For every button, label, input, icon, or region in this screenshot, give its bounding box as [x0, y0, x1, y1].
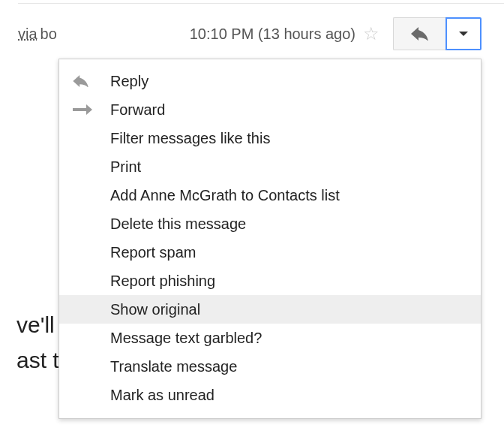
menu-item-label: Message text garbled?: [110, 330, 262, 347]
menu-item-label: Forward: [110, 101, 165, 119]
chevron-down-icon: [459, 32, 468, 36]
message-header: via bo 10:10 PM (13 hours ago) ☆: [18, 15, 482, 53]
menu-item-label: Report spam: [110, 244, 196, 261]
message-body-fragment: ve'll ast t: [16, 308, 62, 378]
menu-item[interactable]: Delete this message: [59, 209, 481, 238]
menu-item[interactable]: Show original: [59, 295, 481, 324]
forward-icon: [73, 104, 110, 115]
divider: [18, 3, 504, 4]
more-actions-button[interactable]: [446, 17, 482, 50]
star-icon[interactable]: ☆: [363, 25, 380, 43]
menu-item[interactable]: Filter messages like this: [59, 124, 481, 152]
menu-item[interactable]: Forward: [59, 95, 481, 124]
menu-item[interactable]: Translate message: [59, 352, 481, 381]
menu-item[interactable]: Report phishing: [59, 267, 481, 295]
menu-item[interactable]: Report spam: [59, 238, 481, 267]
menu-item[interactable]: Mark as unread: [59, 381, 481, 409]
menu-item-label: Add Anne McGrath to Contacts list: [110, 187, 340, 204]
menu-item-label: Filter messages like this: [110, 130, 270, 147]
menu-item[interactable]: Reply: [59, 67, 481, 95]
menu-item-label: Reply: [110, 73, 148, 90]
via-label: via: [18, 26, 38, 43]
menu-item-label: Report phishing: [110, 273, 215, 290]
menu-item-label: Show original: [110, 301, 200, 318]
via-domain-fragment: bo: [40, 26, 57, 43]
reply-button[interactable]: [393, 17, 446, 50]
timestamp: 10:10 PM (13 hours ago): [190, 26, 356, 43]
menu-item-label: Delete this message: [110, 215, 246, 233]
reply-icon: [411, 27, 429, 41]
menu-item-label: Translate message: [110, 358, 237, 375]
more-actions-menu: ReplyForwardFilter messages like thisPri…: [58, 59, 482, 419]
menu-item-label: Mark as unread: [110, 387, 214, 404]
menu-item-label: Print: [110, 158, 141, 176]
menu-item[interactable]: Message text garbled?: [59, 324, 481, 352]
menu-item[interactable]: Print: [59, 152, 481, 181]
reply-icon: [73, 75, 110, 87]
menu-item[interactable]: Add Anne McGrath to Contacts list: [59, 181, 481, 209]
